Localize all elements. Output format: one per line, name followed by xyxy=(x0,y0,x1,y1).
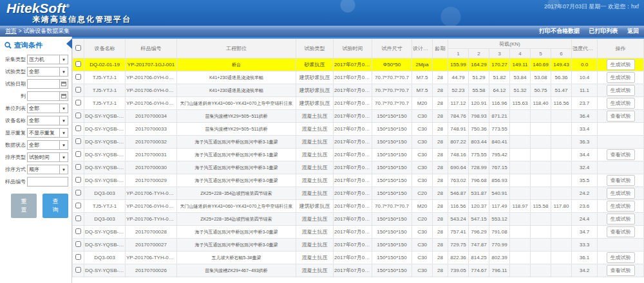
generate-test-button[interactable]: 生成试验 xyxy=(607,201,635,212)
cell-specimen-size: 150*150*150 xyxy=(372,226,412,239)
select-value: 全部 xyxy=(28,105,59,112)
platform-title: 来靖高速信息化管理平台 xyxy=(32,14,131,25)
row-checkbox[interactable] xyxy=(75,203,81,208)
chevron-down-icon[interactable]: ▼ xyxy=(59,68,68,76)
cell-operation xyxy=(598,161,644,174)
view-test-button[interactable]: 查看试验 xyxy=(607,175,635,186)
filter-select[interactable]: 全部▼ xyxy=(27,67,68,77)
row-checkbox[interactable] xyxy=(75,87,81,93)
cell-load-1: 807.22 xyxy=(448,136,469,149)
cell-strength-rep-value: 34.2 xyxy=(572,264,598,277)
col-load-1: 1 xyxy=(448,49,469,59)
filter-select[interactable]: 全部▼ xyxy=(27,104,68,113)
row-checkbox[interactable] xyxy=(75,228,81,234)
row-checkbox[interactable] xyxy=(75,254,81,260)
row-checkbox[interactable] xyxy=(75,151,81,157)
data-table: 设备名称 样品编号 工程部位 试验类型 试验时间 试件尺寸 设计强度 龄期 荷载… xyxy=(72,39,644,277)
table-row: DQ-SY-YQSB-04020170700033苗集沟渡槽YK29+505~5… xyxy=(73,123,644,136)
sidebar-buttons: 重置 查询 xyxy=(11,194,68,218)
generate-test-button[interactable]: 生成试验 xyxy=(607,214,635,224)
breadcrumb-home-link[interactable]: 首页 xyxy=(5,28,17,34)
row-checkbox[interactable] xyxy=(75,241,81,247)
filter-select[interactable]: 不显示重复▼ xyxy=(27,128,68,138)
print-unqualified-link[interactable]: 打印不合格数据 xyxy=(539,28,580,34)
cell-project-part: K41+230通道悬浇浇筑半幅 xyxy=(177,71,296,84)
row-checkbox[interactable] xyxy=(75,113,81,118)
filter-select[interactable]: 试验时间▼ xyxy=(27,152,68,162)
cell-load-6 xyxy=(551,251,572,264)
view-test-button[interactable]: 查看试验 xyxy=(607,111,635,122)
view-test-button[interactable]: 查看试验 xyxy=(607,265,635,276)
sample-number-input[interactable] xyxy=(27,177,68,187)
view-test-button[interactable]: 查看试验 xyxy=(607,226,635,237)
chevron-down-icon[interactable]: ▼ xyxy=(59,55,68,64)
cell-test-type: 混凝土抗压 xyxy=(296,239,334,251)
row-checkbox[interactable] xyxy=(75,215,81,221)
row-checkbox[interactable] xyxy=(75,267,81,273)
filter-label: 采集类型 xyxy=(2,56,26,63)
table-row: TJ5-YTJ-1YP-201706-0YH-009-2K41+230通道悬浇浇… xyxy=(73,71,644,84)
cell-load-5 xyxy=(531,123,551,136)
cell-sample-number: 20170700033 xyxy=(126,123,177,136)
reset-button[interactable]: 重置 xyxy=(11,194,37,218)
generate-test-button[interactable]: 生成试验 xyxy=(607,252,635,263)
row-select-cell xyxy=(73,264,84,277)
select-all-header xyxy=(73,39,84,59)
row-checkbox[interactable] xyxy=(75,125,81,131)
generate-test-button[interactable]: 生成试验 xyxy=(607,188,635,199)
chevron-down-icon[interactable]: ▼ xyxy=(59,129,68,137)
chevron-down-icon[interactable]: ▼ xyxy=(59,116,68,125)
cell-sample-number: 20170700030 xyxy=(126,161,177,174)
cell-device-name: DQ-SY-YQSB-040 xyxy=(84,110,126,123)
filter-select[interactable]: 压力机▼ xyxy=(27,55,68,64)
calendar-icon[interactable] xyxy=(59,80,68,88)
filter-select[interactable]: 全部▼ xyxy=(27,140,68,150)
cell-operation xyxy=(598,123,644,136)
cell-load-4 xyxy=(510,110,531,123)
cell-device-name: DQ3-003 xyxy=(84,187,126,200)
row-checkbox[interactable] xyxy=(75,164,81,170)
chevron-down-icon[interactable]: ▼ xyxy=(59,141,68,149)
select-all-checkbox[interactable] xyxy=(75,45,81,51)
cell-operation: 查看试验 xyxy=(598,226,644,239)
sidebar-collapse-icon[interactable] xyxy=(66,39,72,49)
generate-test-button[interactable]: 生成试验 xyxy=(607,85,635,96)
chevron-down-icon[interactable]: ▼ xyxy=(59,153,68,161)
row-checkbox[interactable] xyxy=(75,74,81,80)
cell-load-2: 164.29 xyxy=(469,59,489,71)
filter-select[interactable]: 顺序▼ xyxy=(27,165,68,174)
cell-load-5: 50.75 xyxy=(531,84,551,97)
row-select-cell xyxy=(73,239,84,251)
cell-device-name: TJ5-YTJ-1 xyxy=(84,200,126,213)
cell-operation: 生成试验 xyxy=(598,187,644,200)
date-input[interactable] xyxy=(27,91,68,101)
chevron-down-icon[interactable]: ▼ xyxy=(59,165,68,174)
cell-load-4: 53.84 xyxy=(510,71,531,84)
generate-test-button[interactable]: 生成试验 xyxy=(607,98,635,109)
cell-strength-rep-value: 36.3 xyxy=(572,136,598,149)
row-checkbox[interactable] xyxy=(75,190,81,196)
row-checkbox[interactable] xyxy=(75,61,81,67)
chevron-down-icon[interactable]: ▼ xyxy=(59,104,68,113)
cell-load-3: 64.12 xyxy=(489,84,510,97)
row-checkbox[interactable] xyxy=(75,100,81,105)
col-operation: 操作 xyxy=(598,39,644,59)
row-checkbox[interactable] xyxy=(75,138,81,144)
row-checkbox[interactable] xyxy=(75,177,81,183)
cell-age: 28 xyxy=(433,187,448,200)
cell-design-strength: 2Mpa xyxy=(412,59,433,71)
generate-test-button[interactable]: 生成试验 xyxy=(607,59,635,70)
back-link[interactable]: 返回 xyxy=(627,28,639,34)
filter-select[interactable]: 全部▼ xyxy=(27,116,68,125)
filter-row: 试验类型全部▼ xyxy=(2,67,68,77)
calendar-icon[interactable] xyxy=(59,92,68,100)
cell-load-4 xyxy=(510,187,531,200)
cell-load-1: 729.75 xyxy=(448,239,469,251)
date-input[interactable] xyxy=(27,79,68,89)
printed-list-link[interactable]: 已打印列表 xyxy=(589,28,618,34)
cell-load-2: 120.91 xyxy=(469,97,489,110)
view-test-button[interactable]: 查看试验 xyxy=(607,149,635,160)
search-button[interactable]: 查询 xyxy=(43,194,68,218)
generate-test-button[interactable]: 生成试验 xyxy=(607,72,635,83)
filter-label: 数据状态 xyxy=(2,142,26,149)
